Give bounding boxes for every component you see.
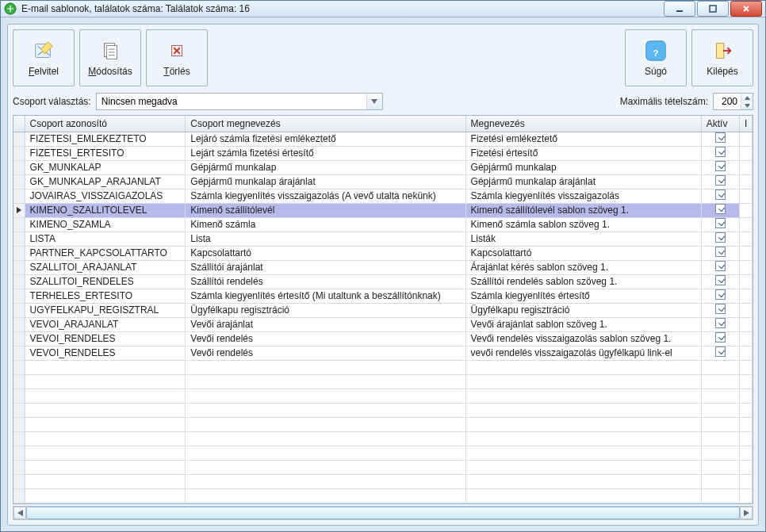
edit-button[interactable]: MMódosításódosítás [79,29,141,86]
checkbox-icon[interactable] [715,175,726,186]
checkbox-icon[interactable] [715,161,726,171]
exit-button[interactable]: Kilépés [691,29,753,86]
checkbox-icon[interactable] [715,232,726,243]
cell-active[interactable] [701,189,739,203]
table-row[interactable]: KIMENO_SZALLITOLEVELKimenő szállítólevél… [13,203,753,217]
cell-active[interactable] [701,246,739,260]
cell-indicator [739,346,752,360]
help-button[interactable]: ? Súgó [625,29,687,86]
checkbox-icon[interactable] [715,332,726,343]
col-indicator-header[interactable]: I [739,116,752,132]
cell-active[interactable] [701,331,739,346]
cell-active[interactable] [701,132,739,146]
col-name-header[interactable]: Megnevezés [465,116,701,132]
cell-active[interactable] [701,146,739,160]
maximize-button[interactable] [697,1,729,17]
cell-group-id: PARTNER_KAPCSOLATTARTO [25,246,186,260]
cell-active[interactable] [701,174,739,189]
cell-name: Listák [465,232,701,246]
col-marker-header[interactable] [13,116,25,132]
table-row[interactable]: LISTAListaListák [13,232,753,246]
cell-indicator [739,317,752,331]
checkbox-icon[interactable] [715,247,726,257]
scroll-thumb[interactable] [26,507,740,519]
row-marker-cell [13,232,25,246]
col-group-id-header[interactable]: Csoport azonosító [25,116,186,132]
close-button[interactable] [730,1,762,17]
table-row[interactable]: FIZETESI_EMLEKEZTETOLejáró számla fizeté… [13,132,753,146]
max-items-input[interactable] [714,94,741,109]
cell-name: Fizetési értesítő [465,146,701,160]
cell-active[interactable] [701,346,739,360]
table-row[interactable]: UGYFELKAPU_REGISZTRALÜgyfélkapu regisztr… [13,303,753,317]
table-row[interactable]: GK_MUNKALAPGépjármű munkalapGépjármű mun… [13,160,753,174]
max-items-spinner[interactable] [713,93,753,110]
minimize-button[interactable] [664,1,695,17]
checkbox-icon[interactable] [715,289,726,300]
group-select-dropdown-button[interactable] [366,94,382,109]
cell-active[interactable] [701,232,739,246]
cell-group-id: GK_MUNKALAP_ARAJANLAT [25,174,186,189]
checkbox-icon[interactable] [715,132,726,143]
table-row[interactable]: VEVOI_RENDELESVevői rendelésVevői rendel… [13,331,753,346]
table-row[interactable]: JOVAIRAS_VISSZAIGAZOLASSzámla kiegyenlít… [13,189,753,203]
scroll-right-button[interactable] [740,507,753,519]
checkbox-icon[interactable] [715,318,726,328]
table-row[interactable]: VEVOI_ARAJANLATVevői árajánlatVevői áraj… [13,317,753,331]
new-button[interactable]: FFelvitelelvitel [13,29,75,86]
scroll-track[interactable] [26,507,740,519]
table-row-empty [13,417,753,431]
checkbox-icon[interactable] [715,218,726,228]
table-row[interactable]: TERHELES_ERTESITOSzámla kiegyenlítés ért… [13,289,753,303]
checkbox-icon[interactable] [715,204,726,214]
cell-indicator [739,203,752,217]
svg-rect-1 [676,10,683,12]
col-active-header[interactable]: Aktív [701,116,739,132]
cell-name: Szállítói rendelés sablon szöveg 1. [465,274,701,289]
table-row[interactable]: GK_MUNKALAP_ARAJANLATGépjármű munkalap á… [13,174,753,189]
delete-button[interactable]: TTörlésörlés [146,29,208,86]
cell-group-name: Kapcsolattartó [186,246,465,260]
checkbox-icon[interactable] [715,275,726,285]
scroll-left-button[interactable] [13,507,26,519]
cell-active[interactable] [701,289,739,303]
table-row[interactable]: VEVOI_RENDELESVevői rendelésvevői rendel… [13,346,753,360]
checkbox-icon[interactable] [715,346,726,357]
cell-active[interactable] [701,274,739,289]
checkbox-icon[interactable] [715,304,726,314]
cell-group-id: LISTA [25,232,186,246]
cell-active[interactable] [701,160,739,174]
cell-active[interactable] [701,303,739,317]
max-items-up[interactable] [741,94,753,101]
cell-active[interactable] [701,260,739,274]
cell-group-id: GK_MUNKALAP [25,160,186,174]
table-row[interactable]: KIMENO_SZAMLAKimenő számlaKimenő számla … [13,217,753,232]
horizontal-scrollbar[interactable] [13,506,753,520]
cell-name: Vevői árajánlat sablon szöveg 1. [465,317,701,331]
data-grid[interactable]: Csoport azonosító Csoport megnevezés Meg… [13,115,753,504]
cell-active[interactable] [701,317,739,331]
table-row[interactable]: SZALLITOI_ARAJANLATSzállítói árajánlatÁr… [13,260,753,274]
help-label: Súgó [645,66,667,77]
table-row-empty [13,488,753,503]
titlebar: E-mail sablonok, találatok száma: Talála… [1,1,765,17]
new-icon [32,39,56,63]
max-items-down[interactable] [741,101,753,109]
checkbox-icon[interactable] [715,261,726,271]
group-select-input[interactable] [97,94,366,109]
cell-active[interactable] [701,217,739,232]
row-marker-cell [13,203,25,217]
cell-group-id: VEVOI_RENDELES [25,346,186,360]
cell-group-name: Szállítói árajánlat [186,260,465,274]
cell-group-id: KIMENO_SZAMLA [25,217,186,232]
checkbox-icon[interactable] [715,147,726,157]
table-row[interactable]: PARTNER_KAPCSOLATTARTOKapcsolattartóKapc… [13,246,753,260]
cell-group-id: SZALLITOI_ARAJANLAT [25,260,186,274]
cell-indicator [739,132,752,146]
table-row[interactable]: FIZETESI_ERTESITOLejárt számla fizetési … [13,146,753,160]
checkbox-icon[interactable] [715,189,726,200]
col-group-name-header[interactable]: Csoport megnevezés [186,116,465,132]
cell-active[interactable] [701,203,739,217]
group-select[interactable] [96,93,383,110]
table-row[interactable]: SZALLITOI_RENDELESSzállítói rendelésSzál… [13,274,753,289]
